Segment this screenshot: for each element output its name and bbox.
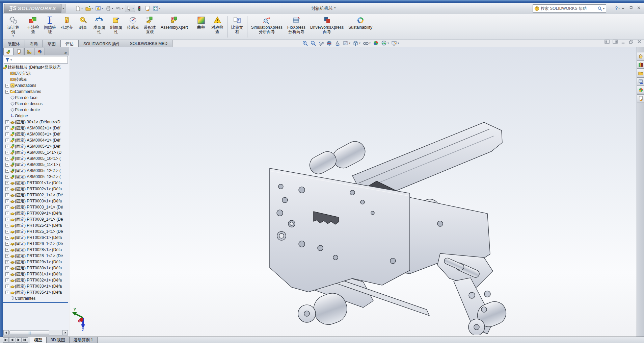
file-explorer-tab[interactable] (637, 69, 644, 77)
expand-plus-icon[interactable]: + (5, 285, 9, 288)
expand-plus-icon[interactable]: + (5, 266, 9, 270)
expand-plus-icon[interactable]: + (5, 139, 9, 142)
scroll-left-button[interactable] (3, 330, 9, 335)
dropdown-caret-icon[interactable]: ▾ (81, 7, 83, 10)
dropdown-caret-icon[interactable]: ▾ (369, 42, 371, 45)
expand-plus-icon[interactable]: + (5, 157, 9, 161)
tree-item[interactable]: +(固定) ASM0005_13<1> ( (3, 174, 69, 180)
symmetry-check-button[interactable]: 对称检 查 (209, 14, 226, 40)
hide-show-items-button[interactable]: ▾ (362, 40, 371, 46)
expand-plus-icon[interactable]: + (5, 218, 9, 221)
panel-tabs-overflow-chevron[interactable]: » (64, 50, 67, 55)
tree-item[interactable]: +(固定) ASM0005_11<1> ( (3, 162, 69, 168)
search-input[interactable]: 搜索 SOLIDWORKS 帮助 (541, 6, 597, 11)
next-tab-button[interactable] (16, 337, 22, 343)
tree-filter-bar[interactable]: ▾ (4, 56, 68, 64)
tree-item[interactable]: +(固定) ASM0005_12<1> ( (3, 168, 69, 174)
tree-item[interactable]: +(固定) PRT0035<1> (Défa (3, 289, 69, 295)
help-caret-icon[interactable]: ▾ (618, 7, 620, 10)
expand-plus-icon[interactable]: + (5, 212, 9, 215)
bottom-tab-3d-视图[interactable]: 3D 视图 (46, 337, 70, 343)
tree-item[interactable]: +(固定) ASM0004<1> (Déf (3, 137, 69, 143)
tree-item[interactable]: +(固定) PRT0001<1> (Défa (3, 180, 69, 186)
tree-item[interactable]: +(固定) ASM0005_1<1> (D (3, 149, 69, 155)
expand-plus-icon[interactable]: + (5, 224, 9, 227)
close-doc-button[interactable] (637, 39, 642, 45)
dropdown-caret-icon[interactable]: ▾ (102, 7, 103, 10)
dropdown-caret-icon[interactable]: ▾ (387, 42, 389, 45)
edit-appearance-button[interactable] (372, 40, 379, 46)
expand-plus-icon[interactable]: + (5, 278, 9, 282)
zoom-to-area-button[interactable] (310, 40, 317, 46)
expand-plus-icon[interactable]: + (5, 151, 9, 154)
tree-item[interactable]: +(固定) PRT0033<1> (Défa (3, 283, 69, 289)
displaymanager-tab[interactable] (35, 48, 45, 55)
display-style-button[interactable]: ▾ (352, 40, 361, 46)
tree-item[interactable]: +(固定) PRT0003_1<1> (Dé (3, 204, 69, 210)
tree-item[interactable]: +(固定) PRT0032<1> (Défa (3, 277, 69, 283)
view-palette-tab[interactable] (637, 77, 644, 85)
assembly-model[interactable] (251, 112, 562, 335)
tree-item[interactable]: +(固定) PRT0009_1<1> (Dé (3, 216, 69, 222)
assemblyxpert-button[interactable]: AssemblyXpert (158, 14, 190, 40)
expand-plus-icon[interactable]: + (5, 84, 9, 88)
tree-item[interactable]: +(固定) PRT0002<1> (Défa (3, 186, 69, 192)
tree-item[interactable]: +(固定) PRT0028<1> (Défa (3, 247, 69, 253)
scroll-right-button[interactable] (62, 330, 68, 335)
expand-plus-icon[interactable]: + (5, 291, 9, 294)
tree-item[interactable]: +(固定) PRT0025<1> (Défa (3, 222, 69, 228)
home-tab[interactable] (637, 52, 644, 60)
rebuild-button[interactable] (136, 5, 143, 12)
tab-solidworks-插件[interactable]: SOLIDWORKS 插件 (78, 40, 125, 47)
minimize-button[interactable] (621, 6, 626, 11)
file-properties-button[interactable] (144, 5, 151, 12)
tree-item[interactable]: +(固定) PRT0003<1> (Défa (3, 198, 69, 204)
tree-item[interactable]: +(固定) PRT0029<1> (Défa (3, 259, 69, 265)
hole-alignment-button[interactable]: 孔对齐 (58, 14, 75, 40)
expand-plus-icon[interactable]: + (5, 236, 9, 240)
tab-布局[interactable]: 布局 (25, 40, 43, 47)
previous-view-button[interactable] (318, 40, 325, 46)
expand-plus-icon[interactable]: + (5, 120, 9, 124)
propertymanager-tab[interactable] (14, 48, 24, 55)
expand-plus-icon[interactable]: + (5, 126, 9, 130)
tree-item[interactable]: Plan de dessus (3, 101, 69, 107)
zoom-to-fit-button[interactable] (301, 40, 308, 46)
options-button[interactable]: ▾ (152, 5, 161, 12)
configurationmanager-tab[interactable] (24, 48, 34, 55)
expand-plus-icon[interactable]: + (5, 145, 9, 148)
tree-item[interactable]: Contraintes (3, 295, 69, 301)
featuremanager-tab[interactable] (3, 48, 14, 55)
measure-button[interactable]: 测量 (75, 14, 91, 40)
expand-plus-icon[interactable]: + (5, 90, 9, 94)
assembly-visualization-button[interactable]: 装配体 直观 (141, 14, 158, 40)
rotate-view-button[interactable] (334, 40, 341, 46)
expand-plus-icon[interactable]: + (5, 193, 9, 197)
expand-plus-icon[interactable]: + (5, 169, 9, 173)
tree-item[interactable]: +(固定) ASM0003<1> (Déf (3, 131, 69, 137)
tree-item[interactable]: Plan de droite (3, 107, 69, 113)
search-box[interactable]: ? 搜索 SOLIDWORKS 帮助 ▾ (533, 4, 606, 13)
tree-item[interactable]: +(固定) ASM0002<1> (Déf (3, 125, 69, 131)
floxpress-button[interactable]: FloXpress 分析向导 (285, 14, 308, 40)
design-library-tab[interactable] (637, 60, 644, 69)
section-view-button[interactable] (326, 40, 333, 46)
tab-装配体[interactable]: 装配体 (3, 40, 25, 47)
tree-item[interactable]: +(固定) PRT0002_1<1> (Dé (3, 192, 69, 198)
dropdown-caret-icon[interactable]: ▾ (91, 7, 93, 10)
tree-item[interactable]: +(固定) PRT0030<1> (Défa (3, 265, 69, 271)
driveworksxpress-button[interactable]: DriveWorksXpress 向导 (308, 14, 346, 40)
expand-plus-icon[interactable]: + (5, 230, 9, 234)
sensors-button[interactable]: 传感器 (125, 14, 141, 40)
dropdown-caret-icon[interactable]: ▾ (132, 7, 134, 10)
tree-item[interactable]: +(固定) 30<1> (Défaut<<D (3, 119, 69, 125)
restore-doc-button[interactable] (629, 39, 634, 45)
new-document-button[interactable]: ▾ (74, 5, 84, 12)
tree-item[interactable]: +(固定) PRT0031<1> (Défa (3, 271, 69, 277)
compare-documents-button[interactable]: ?比较文 档 (229, 14, 246, 40)
tree-item[interactable]: +(固定) PRT0009<1> (Défa (3, 210, 69, 216)
dropdown-caret-icon[interactable]: ▾ (112, 7, 113, 10)
scroll-thumb[interactable]: ||| (9, 330, 49, 335)
bottom-tab-模型[interactable]: 模型 (30, 337, 47, 343)
print-button[interactable]: ▾ (105, 5, 114, 12)
